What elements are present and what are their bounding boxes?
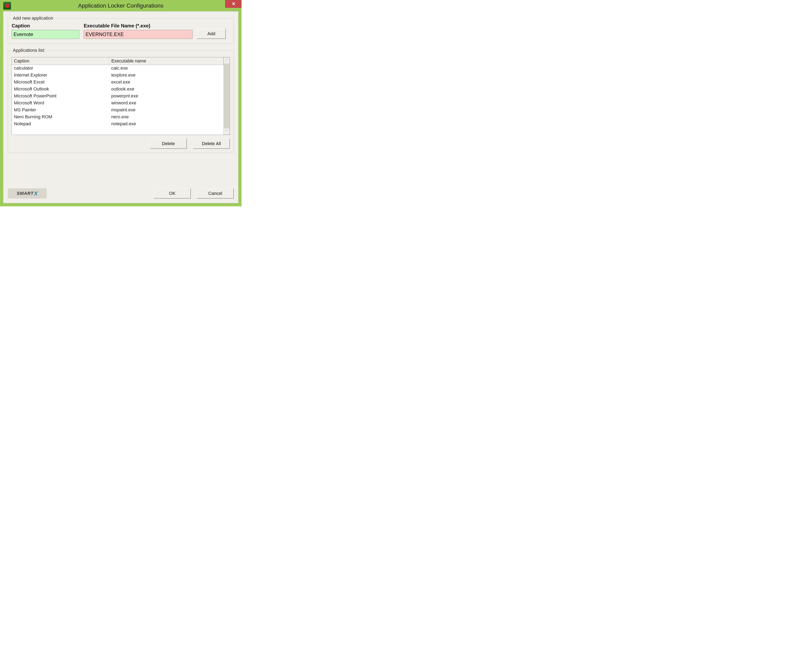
column-header-exe[interactable]: Executable name [109, 57, 223, 65]
table-row[interactable]: Nero Burning ROM nero.exe [12, 113, 223, 120]
column-header-caption[interactable]: Caption [12, 57, 109, 65]
list-buttons-row: Delete Delete All [12, 138, 230, 149]
window-title: Application Locker Configurations [0, 2, 242, 9]
delete-button[interactable]: Delete [150, 138, 187, 149]
app-icon-inner [5, 3, 9, 8]
chevron-up-icon: ˄ [226, 59, 228, 63]
add-application-row: Caption Executable File Name (*.exe) Add [12, 23, 230, 39]
client-area: Add new application Caption Executable F… [3, 11, 239, 203]
brand-logo-text-2: X [34, 190, 38, 197]
cancel-button[interactable]: Cancel [197, 188, 234, 198]
close-button[interactable]: ✕ [225, 0, 242, 8]
applications-table[interactable]: Caption Executable name calculator calc.… [12, 57, 223, 127]
cell-exe: outlook.exe [109, 85, 223, 93]
cell-caption: Microsoft Word [12, 99, 109, 107]
footer-row: SMART X OK Cancel [8, 188, 234, 198]
cell-caption: Microsoft Excel [12, 79, 109, 85]
cell-caption: MS Painter [12, 107, 109, 113]
vertical-scrollbar[interactable]: ˄ ˅ [223, 57, 230, 135]
cell-caption: Nero Burning ROM [12, 113, 109, 120]
brand-logo: SMART X [8, 188, 47, 198]
exe-input[interactable] [84, 30, 193, 39]
add-application-legend: Add new application [12, 16, 55, 21]
table-row[interactable]: Microsoft Outlook outlook.exe [12, 85, 223, 93]
app-icon [3, 2, 11, 9]
applications-list-group: Applications list: Caption Executable na… [8, 48, 234, 153]
dialog-window: Application Locker Configurations ✕ Add … [0, 0, 242, 206]
cell-caption: Notepad [12, 120, 109, 127]
add-application-group: Add new application Caption Executable F… [8, 16, 234, 44]
table-row[interactable]: MS Painter mspaint.exe [12, 107, 223, 113]
cell-exe: nero.exe [109, 113, 223, 120]
cell-caption: Microsoft Outlook [12, 85, 109, 93]
cell-exe: excel.exe [109, 79, 223, 85]
applications-list-legend: Applications list: [12, 48, 46, 53]
scroll-up-button[interactable]: ˄ [224, 57, 230, 64]
cell-exe: winword.exe [109, 99, 223, 107]
chevron-down-icon: ˅ [226, 129, 228, 134]
caption-label: Caption [12, 23, 79, 29]
cell-caption: Microsoft PowerPoint [12, 93, 109, 99]
cell-exe: powerpnt.exe [109, 93, 223, 99]
cell-exe: iexplore.exe [109, 72, 223, 79]
brand-logo-text-1: SMART [17, 191, 33, 196]
titlebar: Application Locker Configurations ✕ [0, 0, 242, 11]
exe-label: Executable File Name (*.exe) [84, 23, 193, 29]
add-button[interactable]: Add [197, 29, 226, 39]
close-icon: ✕ [232, 1, 236, 6]
cell-exe: notepad.exe [109, 120, 223, 127]
delete-all-button[interactable]: Delete All [193, 138, 230, 149]
table-row[interactable]: Internet Explorer iexplore.exe [12, 72, 223, 79]
table-row[interactable]: calculator calc.exe [12, 65, 223, 72]
cell-exe: calc.exe [109, 65, 223, 72]
table-row[interactable]: Notepad notepad.exe [12, 120, 223, 127]
applications-table-container: Caption Executable name calculator calc.… [12, 57, 230, 135]
cell-caption: calculator [12, 65, 109, 72]
table-row[interactable]: Microsoft Excel excel.exe [12, 79, 223, 85]
table-row[interactable]: Microsoft PowerPoint powerpnt.exe [12, 93, 223, 99]
table-row[interactable]: Microsoft Word winword.exe [12, 99, 223, 107]
scroll-down-button[interactable]: ˅ [224, 128, 230, 135]
cell-caption: Internet Explorer [12, 72, 109, 79]
caption-input[interactable] [12, 30, 79, 39]
scroll-track[interactable] [224, 64, 230, 128]
ok-button[interactable]: OK [154, 188, 191, 198]
footer-buttons: OK Cancel [154, 188, 234, 198]
cell-exe: mspaint.exe [109, 107, 223, 113]
